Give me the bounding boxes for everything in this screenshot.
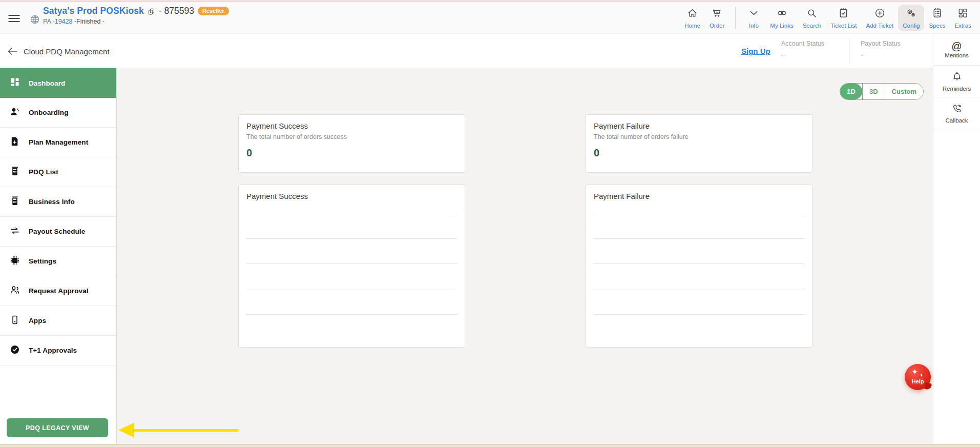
sidebar-item-dashboard[interactable]: Dashboard [0,68,116,98]
sparkle-icon: ✦ [911,367,918,377]
right-utility-sidebar: @ Mentions Reminders Callback [933,34,980,444]
hamburger-menu-icon[interactable] [7,12,20,25]
link-icon [776,7,788,21]
card-value: 0 [594,147,804,159]
app-window: Satya's Prod POSKiosk - 875593 Reseller … [0,0,980,447]
nav-item-add-ticket[interactable]: Add Ticket [861,5,898,31]
rs-item-callback[interactable]: Callback [933,97,980,129]
payout-status: Payout Status - [861,40,901,58]
clipboard-list-icon [931,7,943,21]
annotation-arrow-icon [117,423,240,437]
nav-item-config[interactable]: Config [898,5,924,31]
sidebar-item-business-info[interactable]: Business Info [0,187,116,217]
blocks-icon [957,7,969,21]
page-title: Cloud PDQ Management [24,47,110,56]
nav-item-my-links[interactable]: My Links [765,5,798,31]
merchant-id: - 875593 [159,6,194,16]
globe-icon [30,14,40,25]
nav-item-info[interactable]: Info [742,5,765,31]
sidebar-item-plan-management[interactable]: Plan Management [0,128,116,157]
nav-divider [735,7,736,29]
nav-item-search[interactable]: Search [798,5,826,31]
clipboard-check-icon [838,7,849,21]
transfer-arrows-icon [10,226,20,238]
pos-terminal-icon [10,166,20,178]
chart-gridline [246,314,457,315]
rs-item-reminders[interactable]: Reminders [933,66,980,97]
help-button[interactable]: ✦ ✦ Help [905,364,931,390]
card-title: Payment Success [246,121,457,130]
reseller-badge: Reseller [198,7,229,15]
sidebar-item-t1-approvals[interactable]: T+1 Approvals [0,336,116,365]
sign-up-link[interactable]: Sign Up [741,47,770,55]
nav-item-extras[interactable]: Extras [950,5,976,31]
nav-item-order[interactable]: Order [705,5,729,31]
chart-gridline [593,263,805,264]
help-label: Help [905,378,931,384]
pos-terminal-icon [10,196,20,208]
nav-item-specs[interactable]: Specs [924,5,950,31]
doc-plus-icon [10,136,20,149]
chart-gridline [593,238,805,239]
gears-icon [905,7,917,21]
toggle-1d-button[interactable]: 1D [840,84,862,99]
date-range-toggle: 1D 3D Custom [840,83,924,100]
card-subtitle: The total number of orders failure [594,133,804,140]
window-top-strip [0,0,980,2]
merchant-name-link[interactable]: Satya's Prod POSKiosk [43,6,144,16]
card-title: Payment Failure [594,121,804,130]
window-bottom-strip [0,444,980,447]
payment-success-stat-card: Payment Success The total number of orde… [238,114,465,173]
merchant-pa-link[interactable]: PA -19428 [43,18,72,25]
pdq-legacy-view-button[interactable]: PDQ LEGACY VIEW [7,418,108,437]
nav-item-ticket-list[interactable]: Ticket List [826,5,861,31]
top-header: Satya's Prod POSKiosk - 875593 Reseller … [0,3,980,33]
chart-gridline [593,214,805,214]
arrow-line [133,429,238,432]
sidebar-item-settings[interactable]: Settings [0,247,116,276]
back-arrow-icon[interactable] [6,45,18,57]
sidebar-item-pdq-list[interactable]: PDQ List [0,157,116,187]
people-icon [10,285,20,297]
person-icon [10,107,20,119]
page-header: Cloud PDQ Management Sign Up Account Sta… [0,34,933,68]
card-subtitle: The total number of orders success [246,133,457,140]
card-value: 0 [246,147,457,159]
chart-gridline [593,314,805,315]
chart-title: Payment Success [246,192,457,200]
main-content: 1D 3D Custom Payment Success The total n… [117,68,933,444]
mobile-icon [10,315,20,327]
merchant-status-text: -Finished - [74,18,105,25]
home-icon [686,7,698,21]
chart-gridline [246,238,457,239]
rs-item-mentions[interactable]: @ Mentions [933,34,980,66]
sidebar-item-apps[interactable]: Apps [0,306,116,336]
nav-item-home[interactable]: Home [680,5,705,31]
chart-gridline [593,290,805,290]
sparkle-icon: ✦ [920,373,924,378]
toggle-custom-button[interactable]: Custom [885,84,923,99]
chart-title: Payment Failure [594,192,804,200]
at-icon: @ [951,41,962,51]
chart-gridline [246,290,457,290]
bell-icon [951,71,963,85]
toggle-3d-button[interactable]: 3D [862,84,885,99]
dashboard-icon [10,77,20,89]
copy-icon[interactable] [148,8,155,15]
arrow-head [118,423,134,437]
payment-success-chart-card: Payment Success [238,185,465,348]
cart-icon [711,7,723,21]
payment-failure-stat-card: Payment Failure The total number of orde… [586,114,812,173]
chart-gridline [246,214,457,214]
search-icon [806,7,818,21]
account-status: Account Status - [781,40,824,58]
sidebar-item-onboarding[interactable]: Onboarding [0,98,116,128]
plus-circle-icon [874,7,886,21]
check-circle-icon [10,344,20,357]
sidebar-item-request-approval[interactable]: Request Approval [0,276,116,306]
top-nav: Home Order Info My Links Search Ticket [680,3,976,33]
sidebar-item-payout-schedule[interactable]: Payout Schedule [0,217,116,247]
merchant-block: Satya's Prod POSKiosk - 875593 Reseller … [43,6,229,25]
chip-icon [10,255,20,268]
chevron-down-icon [748,7,760,21]
